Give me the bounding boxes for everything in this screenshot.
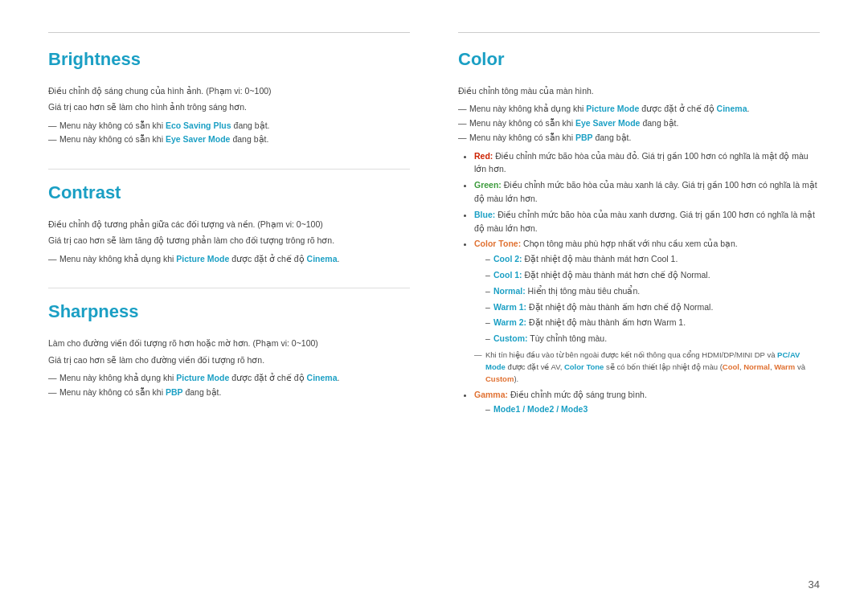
contrast-note1: Menu này không khả dụng khi Picture Mode… [48,252,410,266]
contrast-p1: Điều chỉnh độ tương phản giữa các đối tư… [48,218,410,231]
color-red-item: Red: Điều chỉnh mức bão hòa của màu đỏ. … [474,149,820,177]
contrast-notes: Menu này không khả dụng khi Picture Mode… [48,252,410,266]
colortone-warm1: Warm 1: Đặt nhiệt độ màu thành ấm hơn ch… [485,300,820,314]
colortone-note-block: Khi tín hiệu đầu vào từ bên ngoài được k… [474,349,820,386]
color-note1: Menu này không khả dụng khi Picture Mode… [458,102,820,116]
color-notes: Menu này không khả dụng khi Picture Mode… [458,102,820,144]
colortone-normal: Normal: Hiển thị tông màu tiêu chuẩn. [485,284,820,298]
left-column: Brightness Điều chỉnh độ sáng chung của … [48,32,410,439]
colortone-note: Khi tín hiệu đầu vào từ bên ngoài được k… [474,349,820,386]
color-gamma-item: Gamma: Điều chỉnh mức độ sáng trung bình… [474,388,820,417]
right-column: Color Điều chỉnh tông màu của màn hình. … [458,32,820,439]
brightness-p1: Điều chỉnh độ sáng chung của hình ảnh. (… [48,84,410,97]
gamma-sub-list: Mode1 / Mode2 / Mode3 [474,403,820,416]
color-green-item: Green: Điều chỉnh mức bão hòa của màu xa… [474,178,820,206]
sharpness-notes: Menu này không khả dụng khi Picture Mode… [48,371,410,399]
color-colortone-item: Color Tone: Chọn tông màu phù hợp nhất v… [474,237,820,385]
color-note3: Menu này không có sẵn khi PBP đang bật. [458,131,820,145]
columns: Brightness Điều chỉnh độ sáng chung của … [48,32,820,439]
brightness-p2: Giá trị cao hơn sẽ làm cho hình ảnh trôn… [48,100,410,113]
color-section: Color Điều chỉnh tông màu của màn hình. … [458,49,820,416]
brightness-section: Brightness Điều chỉnh độ sáng chung của … [48,49,410,146]
brightness-note1: Menu này không có sẵn khi Eco Saving Plu… [48,119,410,133]
color-title: Color [458,49,820,70]
colortone-cool2: Cool 2: Đặt nhiệt độ màu thành mát hơn C… [485,252,820,266]
colortone-custom: Custom: Tùy chỉnh tông màu. [485,332,820,345]
page: Brightness Điều chỉnh độ sáng chung của … [0,0,868,613]
sharpness-section: Sharpness Làm cho đường viền đối tượng r… [48,288,410,398]
sharpness-title: Sharpness [48,301,410,322]
contrast-p2: Giá trị cao hơn sẽ làm tăng độ tương phả… [48,234,410,247]
brightness-notes: Menu này không có sẵn khi Eco Saving Plu… [48,119,410,147]
colortone-cool1: Cool 1: Đặt nhiệt độ màu thành mát hơn c… [485,268,820,282]
colortone-sub-list: Cool 2: Đặt nhiệt độ màu thành mát hơn C… [474,252,820,345]
gamma-modes: Mode1 / Mode2 / Mode3 [485,403,820,416]
sharpness-p2: Giá trị cao hơn sẽ làm cho đường viền đố… [48,353,410,366]
sharpness-p1: Làm cho đường viền đối tượng rõ hơn hoặc… [48,337,410,349]
colortone-warm2: Warm 2: Đặt nhiệt độ màu thành ấm hơn Wa… [485,316,820,329]
color-blue-item: Blue: Điều chỉnh mức bão hòa của màu xan… [474,208,820,235]
contrast-section: Contrast Điều chỉnh độ tương phản giữa c… [48,169,410,265]
color-bullet-list: Red: Điều chỉnh mức bão hòa của màu đỏ. … [458,149,820,417]
color-p1: Điều chỉnh tông màu của màn hình. [458,84,820,97]
sharpness-divider [48,288,410,288]
color-note2: Menu này không có sẵn khi Eye Saver Mode… [458,116,820,130]
contrast-title: Contrast [48,182,410,203]
brightness-note2: Menu này không có sẵn khi Eye Saver Mode… [48,133,410,146]
brightness-title: Brightness [48,49,410,70]
page-number: 34 [809,578,820,591]
sharpness-note1: Menu này không khả dụng khi Picture Mode… [48,371,410,385]
contrast-divider [48,169,410,170]
sharpness-note2: Menu này không có sẵn khi PBP đang bật. [48,386,410,399]
